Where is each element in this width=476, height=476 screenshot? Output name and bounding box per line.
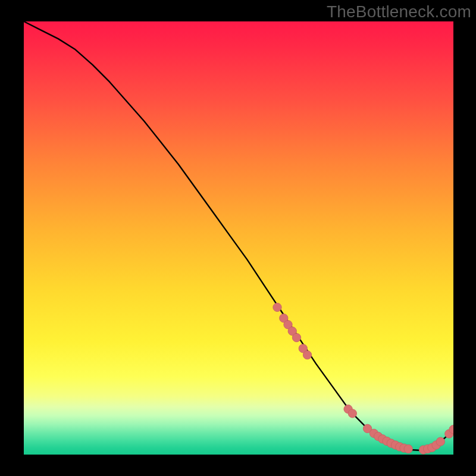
data-marker: [436, 437, 444, 446]
chart-svg: [24, 21, 453, 455]
data-marker: [303, 350, 311, 359]
bottleneck-curve: [24, 21, 453, 450]
data-marker: [404, 444, 412, 453]
chart-frame: TheBottleneck.com: [0, 0, 476, 476]
data-marker: [348, 409, 356, 418]
data-marker: [273, 303, 281, 311]
data-marker: [292, 333, 300, 342]
plot-area: [24, 21, 453, 455]
watermark-text: TheBottleneck.com: [327, 2, 471, 21]
data-markers: [273, 303, 453, 454]
